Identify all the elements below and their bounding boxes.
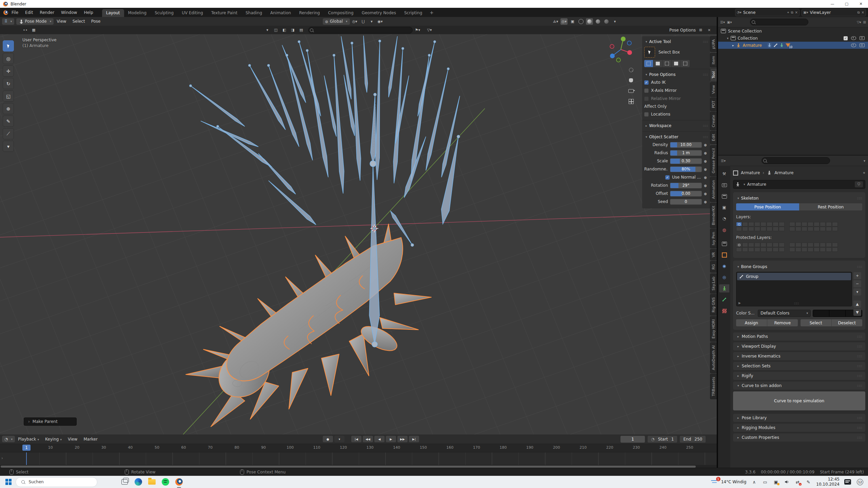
- list-resize-grip[interactable]: ▶: [738, 301, 741, 305]
- jump-start-button[interactable]: |◀: [351, 436, 361, 442]
- sidebar-tab[interactable]: Sky.Lab: [710, 273, 717, 293]
- tray-volume-icon[interactable]: [784, 479, 790, 485]
- value-slider[interactable]: 0.30: [670, 158, 702, 164]
- playhead-frame-badge[interactable]: 1: [22, 445, 31, 451]
- jump-end-button[interactable]: ▶|: [409, 436, 419, 442]
- tray-pen-icon[interactable]: ✎: [805, 479, 811, 485]
- timeline-menu-item[interactable]: View: [65, 437, 80, 442]
- playhead[interactable]: [26, 452, 27, 465]
- filter-icon[interactable]: ▽▾: [426, 27, 433, 33]
- tool-measure[interactable]: ⟋: [3, 128, 14, 139]
- menu-item[interactable]: Window: [58, 10, 80, 15]
- outliner-row-scene-collection[interactable]: Scene Collection: [718, 27, 868, 35]
- select-mode-subtract[interactable]: [663, 60, 671, 67]
- tool-cursor[interactable]: ◎: [3, 53, 14, 64]
- sidebar-tab[interactable]: Edit: [710, 131, 717, 144]
- viewport-menu-item[interactable]: Select: [70, 19, 88, 24]
- gizmo-x-axis[interactable]: [627, 50, 632, 55]
- option-icon-3[interactable]: ◨: [289, 27, 296, 33]
- sidebar-tab[interactable]: PDT: [710, 98, 717, 111]
- menu-item[interactable]: Render: [36, 10, 58, 15]
- shading-wireframe[interactable]: [577, 18, 585, 25]
- animate-dot[interactable]: ●: [704, 159, 707, 163]
- workspace-section[interactable]: ▸Workspace∷∷: [644, 122, 708, 129]
- snap-to-dropdown[interactable]: ▾: [368, 18, 375, 25]
- object-scatter-section[interactable]: ▾Object Scatter∷∷: [644, 133, 708, 141]
- shading-material[interactable]: [594, 18, 601, 25]
- display-mode-icon[interactable]: ▣▾: [727, 20, 732, 24]
- delete-viewlayer-icon[interactable]: ×: [862, 11, 864, 14]
- select-box-tool-icon[interactable]: [644, 47, 655, 58]
- tab-object-data[interactable]: [719, 284, 729, 292]
- timeline-menu-item[interactable]: Keying▾: [42, 437, 65, 442]
- xray-toggle[interactable]: ▣: [569, 18, 576, 25]
- viewport-menu-item[interactable]: Pose: [88, 19, 104, 24]
- show-gizmo-toggle[interactable]: ⟁▾: [552, 18, 559, 25]
- mask-mode-icon[interactable]: ▦: [30, 27, 37, 33]
- color-set-dropdown[interactable]: Default Colors▾: [758, 310, 811, 317]
- pose-options-section[interactable]: ▾Pose Options∷∷: [644, 71, 708, 78]
- next-keyframe-button[interactable]: ▶▶: [397, 436, 408, 442]
- fake-user-shield-icon[interactable]: ⛉: [855, 181, 863, 187]
- panel-section-collapsed[interactable]: ▸Rigify∷∷: [733, 372, 865, 380]
- workspace-tab[interactable]: Compositing: [324, 9, 357, 17]
- select-through-icon[interactable]: ▾: [264, 27, 271, 33]
- proportional-editing-toggle[interactable]: ◉▾: [377, 18, 384, 25]
- scatter-slider-row[interactable]: Radius 1 m ●: [644, 149, 708, 157]
- panel-section-collapsed[interactable]: ▸Viewport Display∷∷: [733, 342, 865, 350]
- sidebar-tab[interactable]: Ivy Pen: [710, 229, 717, 248]
- close-button[interactable]: ✕: [854, 0, 868, 8]
- scatter-slider-row[interactable]: Density 10.00 ●: [644, 141, 708, 149]
- panel-section-collapsed[interactable]: ▸Rigging Modules∷∷: [733, 424, 865, 432]
- disable-render-icon[interactable]: [860, 36, 865, 40]
- animate-dot[interactable]: ●: [704, 167, 707, 171]
- tool-search-field[interactable]: [308, 27, 413, 34]
- tool-transform[interactable]: ⊕: [3, 103, 14, 114]
- tab-scene[interactable]: ◔: [719, 215, 729, 223]
- sidebar-tab[interactable]: TRBassets: [710, 374, 717, 399]
- value-slider[interactable]: 0: [670, 199, 702, 205]
- play-button[interactable]: ▶: [386, 436, 396, 442]
- panel-section-collapsed[interactable]: ▸Pose Library∷∷: [733, 414, 865, 422]
- new-viewlayer-icon[interactable]: ⧉: [832, 11, 860, 15]
- explorer-app-icon[interactable]: [147, 477, 156, 486]
- move-group-up-button[interactable]: ▲: [853, 301, 861, 308]
- tray-photos-icon[interactable]: ▣: [773, 479, 779, 485]
- use-normal-row[interactable]: ✓Use Normal ...●: [665, 173, 708, 181]
- sidebar-tab[interactable]: Create: [710, 112, 717, 130]
- panel-section-collapsed[interactable]: ▸Motion Paths∷∷: [733, 332, 865, 341]
- mode-selector[interactable]: Pose Mode▾: [16, 18, 54, 25]
- tray-cast-icon[interactable]: ▭: [762, 479, 768, 485]
- ortho-grid-icon[interactable]: [627, 98, 635, 105]
- workspace-tab[interactable]: Sculpting: [151, 9, 178, 17]
- gizmo-z-axis[interactable]: [610, 54, 615, 58]
- remove-button[interactable]: Remove: [767, 319, 798, 326]
- tab-collection[interactable]: [719, 240, 729, 248]
- bone-groups-header[interactable]: ▾Bone Groups∷∷: [736, 263, 862, 270]
- value-slider[interactable]: 1 m: [670, 150, 702, 156]
- select-mode-intersect[interactable]: [681, 60, 690, 67]
- gizmo-z-neg[interactable]: [627, 41, 631, 45]
- scatter-slider-row[interactable]: Seed 0 ●: [644, 198, 708, 206]
- animate-dot[interactable]: ●: [704, 192, 707, 196]
- delete-scene-icon[interactable]: ×: [795, 11, 798, 14]
- tab-output[interactable]: [719, 192, 729, 200]
- sidebar-tab[interactable]: Easy HDRI: [710, 316, 717, 342]
- add-workspace-button[interactable]: +: [426, 10, 437, 15]
- active-tool-section[interactable]: ▾Active Tool∷∷: [644, 38, 708, 45]
- auto-keying-toggle[interactable]: ●: [323, 436, 333, 442]
- flag-icon[interactable]: ⚑▾: [414, 27, 421, 33]
- tab-constraints[interactable]: ◉: [719, 262, 729, 270]
- tool-settings-icon[interactable]: ∙∙: [22, 27, 29, 33]
- x-axis-mirror-row[interactable]: X-Axis Mirror: [644, 86, 708, 95]
- minimize-button[interactable]: —: [825, 0, 840, 8]
- navigation-gizmo[interactable]: [606, 35, 635, 64]
- viewport-3d[interactable]: User Perspective (1) Armature ◎ ✛ ↻ ◱ ⊕ …: [0, 34, 717, 434]
- timeline-expand-arrow[interactable]: ›: [1, 456, 3, 461]
- notification-count[interactable]: 12: [857, 479, 863, 485]
- tool-annotate[interactable]: ✎: [3, 116, 14, 127]
- tab-object[interactable]: [719, 251, 729, 259]
- select-mode-extend[interactable]: [653, 60, 662, 67]
- notification-icon[interactable]: [844, 479, 851, 485]
- edge-app-icon[interactable]: [134, 477, 143, 486]
